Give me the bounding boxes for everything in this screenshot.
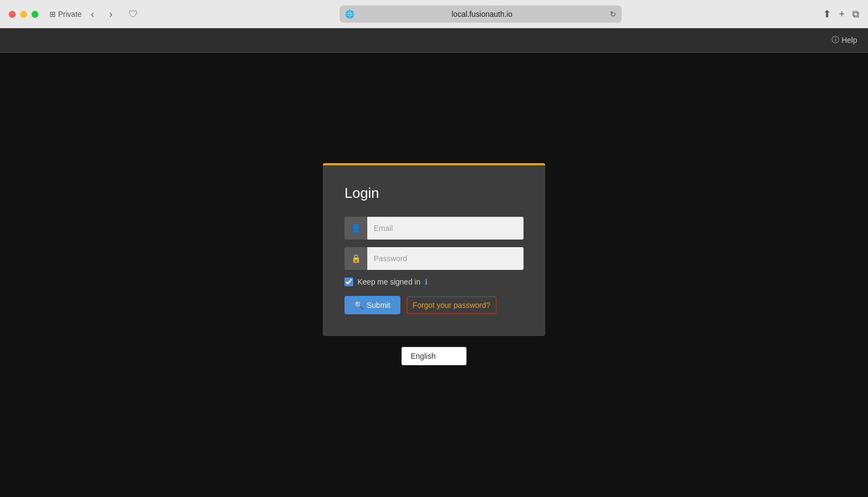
- keep-signed-checkbox[interactable]: [344, 277, 353, 286]
- help-icon: ⓘ: [832, 35, 839, 45]
- back-button[interactable]: ‹: [85, 7, 100, 22]
- help-label: Help: [841, 36, 857, 44]
- browser-toolbar: ⓘ Help: [0, 28, 868, 52]
- browser-chrome: ⊞ Private ‹ › 🛡 🌐 local.fusionauth.io ↻ …: [0, 0, 868, 53]
- page-content: Login 👤 🔒 Keep me signed in ℹ 🔍: [0, 53, 868, 497]
- lock-icon: 🔒: [344, 247, 367, 270]
- sidebar-button[interactable]: ⊞ Private: [49, 10, 82, 18]
- login-card-body: Login 👤 🔒 Keep me signed in ℹ 🔍: [323, 165, 545, 336]
- language-selector: English: [401, 347, 467, 365]
- login-title: Login: [344, 185, 524, 202]
- sidebar-icon: ⊞: [49, 10, 56, 18]
- traffic-light-minimize[interactable]: [20, 11, 27, 18]
- shield-icon: 🛡: [129, 9, 138, 20]
- new-tab-button[interactable]: +: [839, 9, 845, 20]
- tabs-button[interactable]: ⧉: [852, 9, 859, 20]
- password-field[interactable]: [367, 247, 524, 270]
- share-button[interactable]: ⬆: [823, 8, 831, 20]
- address-bar-wrapper: 🌐 local.fusionauth.io ↻: [145, 5, 817, 23]
- forward-button[interactable]: ›: [104, 7, 119, 22]
- email-input-group: 👤: [344, 217, 524, 240]
- submit-button[interactable]: 🔍 Submit: [344, 296, 400, 314]
- traffic-lights: [9, 11, 39, 18]
- submit-label: Submit: [367, 301, 391, 309]
- login-card: Login 👤 🔒 Keep me signed in ℹ 🔍: [323, 163, 545, 336]
- browser-actions: ⬆ + ⧉: [823, 8, 859, 20]
- browser-controls: ⊞ Private ‹ ›: [49, 7, 119, 22]
- password-input-group: 🔒: [344, 247, 524, 270]
- address-bar[interactable]: 🌐 local.fusionauth.io ↻: [340, 5, 622, 23]
- user-icon: 👤: [344, 217, 367, 240]
- url-text: local.fusionauth.io: [359, 10, 605, 18]
- keep-signed-row: Keep me signed in ℹ: [344, 277, 524, 286]
- keep-signed-label: Keep me signed in: [358, 277, 420, 286]
- private-label: Private: [58, 10, 82, 18]
- traffic-light-maximize[interactable]: [31, 11, 39, 18]
- browser-titlebar: ⊞ Private ‹ › 🛡 🌐 local.fusionauth.io ↻ …: [0, 0, 868, 28]
- traffic-light-close[interactable]: [9, 11, 16, 18]
- language-button[interactable]: English: [401, 347, 467, 365]
- submit-icon: 🔍: [354, 301, 363, 309]
- forgot-password-link[interactable]: Forgot your password?: [407, 296, 496, 314]
- info-icon: ℹ: [425, 277, 427, 286]
- help-button[interactable]: ⓘ Help: [832, 35, 857, 45]
- globe-icon: 🌐: [345, 10, 354, 18]
- actions-row: 🔍 Submit Forgot your password?: [344, 296, 524, 314]
- email-field[interactable]: [367, 217, 524, 240]
- refresh-icon[interactable]: ↻: [610, 10, 616, 18]
